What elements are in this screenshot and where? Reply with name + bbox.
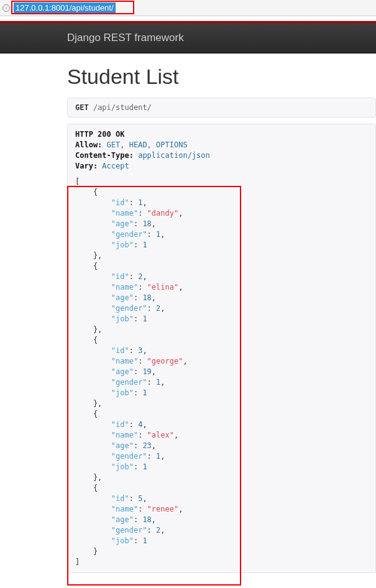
info-icon: i [2, 4, 10, 12]
page-title: Student List [67, 65, 376, 89]
request-line: GET /api/student/ [67, 98, 376, 117]
header-ctype-value: application/json [138, 151, 210, 160]
browser-address-bar: i 127.0.0.1:8001/api/student/ [0, 0, 376, 16]
header-allow-label: Allow: [75, 140, 102, 149]
response-headers: HTTP 200 OK Allow: GET, HEAD, OPTIONS Co… [75, 129, 368, 172]
header-allow-value: GET, HEAD, OPTIONS [107, 140, 188, 149]
request-path: /api/student/ [93, 103, 152, 112]
navbar-brand[interactable]: Django REST framework [67, 32, 184, 44]
response-status: HTTP 200 OK [75, 130, 124, 139]
browser-chrome-spacer [0, 16, 376, 21]
response-json: [ { "id": 1, "name": "dandy", "age": 18,… [75, 177, 368, 567]
header-vary-label: Vary: [75, 162, 98, 170]
header-vary-value: Accept [102, 162, 129, 170]
header-ctype-label: Content-Type: [75, 151, 134, 160]
request-method: GET [75, 103, 89, 112]
navbar: Django REST framework [0, 23, 376, 53]
main-content: Student List GET /api/student/ HTTP 200 … [0, 53, 376, 573]
browser-url[interactable]: 127.0.0.1:8001/api/student/ [14, 2, 116, 13]
response-block: HTTP 200 OK Allow: GET, HEAD, OPTIONS Co… [67, 124, 376, 573]
